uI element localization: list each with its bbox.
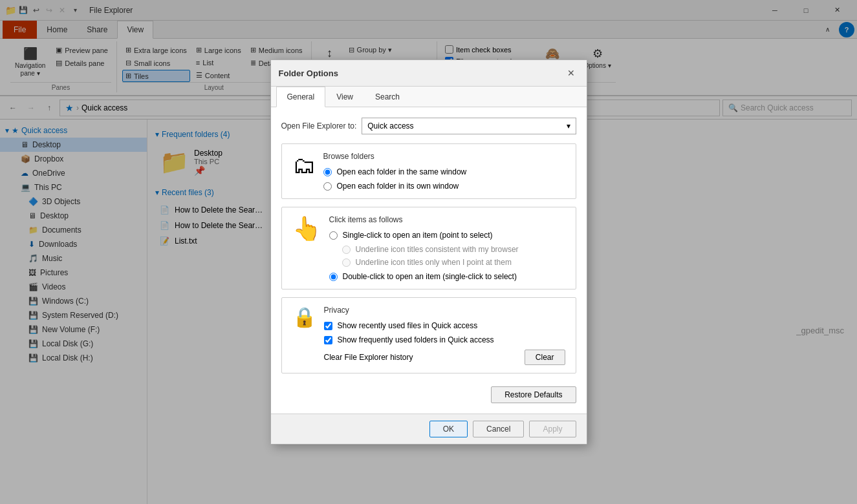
dialog-body: Open File Explorer to: Quick access ▾ 🗂 … (271, 107, 587, 414)
same-window-row[interactable]: Open each folder in the same window (323, 167, 565, 176)
show-frequent-label: Show frequently used folders in Quick ac… (338, 335, 494, 344)
dialog-title: Folder Options (279, 68, 338, 78)
single-click-row[interactable]: Single-click to open an item (point to s… (329, 231, 565, 240)
own-window-label: Open each folder in its own window (337, 182, 459, 191)
underline-options: Underline icon titles consistent with my… (329, 245, 565, 267)
browse-folders-icon: 🗂 (292, 152, 316, 179)
underline-consistent-radio[interactable] (342, 246, 351, 254)
dialog-tab-view[interactable]: View (325, 87, 364, 107)
clear-button[interactable]: Clear (525, 350, 565, 365)
same-window-label: Open each folder in the same window (337, 167, 467, 176)
open-explorer-dropdown-icon: ▾ (567, 121, 570, 131)
clear-history-label: Clear File Explorer history (324, 353, 413, 362)
dialog-tab-general[interactable]: General (276, 87, 326, 107)
dialog-tabs: General View Search (271, 87, 587, 107)
underline-consistent-row[interactable]: Underline icon titles consistent with my… (342, 245, 565, 254)
apply-button[interactable]: Apply (529, 421, 576, 437)
dialog-close-button[interactable]: ✕ (563, 65, 579, 81)
underline-consistent-label: Underline icon titles consistent with my… (356, 245, 519, 254)
own-window-row[interactable]: Open each folder in its own window (323, 182, 565, 191)
double-click-radio[interactable] (329, 273, 338, 281)
dialog-overlay: Folder Options ✕ General View Search Ope… (0, 0, 857, 504)
browse-folders-radio-group: Open each folder in the same window Open… (323, 167, 565, 191)
open-explorer-select[interactable]: Quick access ▾ (362, 118, 576, 134)
click-items-title: Click items as follows (329, 215, 565, 224)
single-click-label: Single-click to open an item (point to s… (343, 231, 493, 240)
underline-point-label: Underline icon titles only when I point … (356, 258, 512, 267)
open-explorer-label: Open File Explorer to: (281, 121, 357, 131)
dialog-titlebar: Folder Options ✕ (271, 60, 587, 87)
show-frequent-checkbox[interactable] (324, 336, 332, 344)
cancel-button[interactable]: Cancel (473, 421, 524, 437)
clear-history-row: Clear File Explorer history Clear (324, 350, 565, 365)
ok-button[interactable]: OK (429, 421, 468, 437)
click-items-radio-group: Single-click to open an item (point to s… (329, 231, 565, 281)
browse-folders-section: 🗂 Browse folders Open each folder in the… (281, 143, 576, 199)
open-explorer-row: Open File Explorer to: Quick access ▾ (281, 118, 576, 134)
single-click-radio[interactable] (329, 231, 338, 240)
own-window-radio[interactable] (323, 182, 332, 191)
privacy-icon: 🔒 (292, 306, 316, 328)
privacy-section: 🔒 Privacy Show recently used files in Qu… (281, 297, 576, 373)
restore-defaults-button[interactable]: Restore Defaults (491, 386, 576, 403)
dialog-footer: OK Cancel Apply (271, 414, 587, 444)
underline-point-row[interactable]: Underline icon titles only when I point … (342, 258, 565, 267)
dialog-tab-search[interactable]: Search (364, 87, 411, 107)
click-items-section: 👆 Click items as follows Single-click to… (281, 207, 576, 289)
double-click-row[interactable]: Double-click to open an item (single-cli… (329, 272, 565, 281)
double-click-label: Double-click to open an item (single-cli… (343, 272, 517, 281)
underline-point-radio[interactable] (342, 258, 351, 267)
click-items-icon: 👆 (292, 215, 321, 242)
show-frequent-row[interactable]: Show frequently used folders in Quick ac… (324, 335, 565, 344)
show-recent-label: Show recently used files in Quick access (338, 321, 478, 330)
show-recent-checkbox[interactable] (324, 322, 332, 330)
same-window-radio[interactable] (323, 168, 332, 176)
open-explorer-value: Quick access (367, 121, 413, 131)
browse-folders-title: Browse folders (323, 152, 565, 161)
privacy-title: Privacy (324, 306, 565, 315)
show-recent-row[interactable]: Show recently used files in Quick access (324, 321, 565, 330)
folder-options-dialog: Folder Options ✕ General View Search Ope… (270, 59, 587, 445)
